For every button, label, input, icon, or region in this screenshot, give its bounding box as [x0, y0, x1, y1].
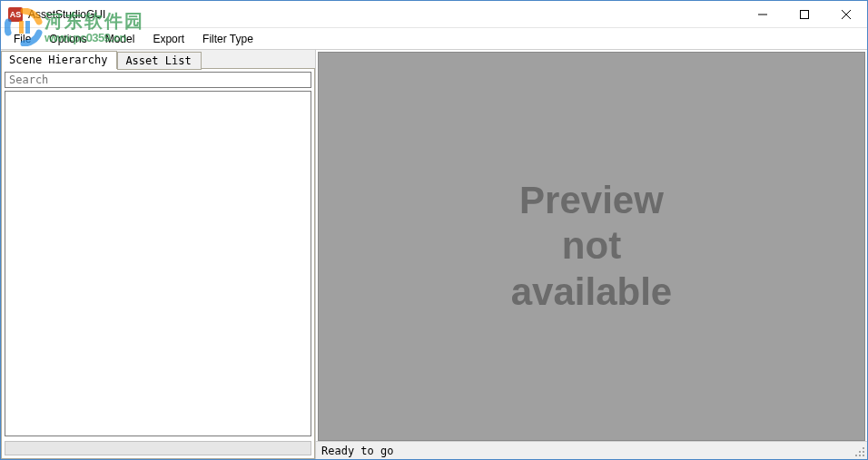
preview-pane: Preview not available [318, 52, 865, 441]
search-input[interactable] [5, 72, 311, 88]
titlebar: AS AssetStudioGUI [1, 1, 867, 28]
svg-point-4 [863, 447, 864, 449]
svg-point-8 [859, 455, 861, 456]
progress-bar [5, 441, 311, 455]
menu-file[interactable]: File [5, 30, 40, 48]
left-panel: Scene Hierarchy Asset List [1, 50, 316, 459]
window-title: AssetStudioGUI [28, 8, 742, 21]
resize-grip[interactable] [854, 446, 865, 457]
minimize-button[interactable] [742, 1, 784, 27]
maximize-button[interactable] [784, 1, 825, 27]
menu-model[interactable]: Model [96, 30, 144, 48]
menu-export[interactable]: Export [143, 30, 193, 48]
svg-rect-1 [801, 10, 809, 18]
status-text: Ready to go [321, 445, 393, 457]
hierarchy-tree[interactable] [5, 91, 311, 436]
main-area: Scene Hierarchy Asset List Preview not a… [1, 50, 867, 459]
svg-point-9 [863, 455, 864, 456]
svg-point-6 [863, 451, 864, 453]
app-icon: AS [8, 7, 23, 22]
close-button[interactable] [825, 1, 867, 27]
right-panel: Preview not available Ready to go [316, 50, 867, 459]
menu-filter-type[interactable]: Filter Type [193, 30, 262, 48]
menubar: File Options Model Export Filter Type [1, 28, 867, 50]
left-tabs: Scene Hierarchy Asset List [1, 50, 315, 68]
svg-point-5 [859, 451, 861, 453]
tab-asset-list[interactable]: Asset List [117, 52, 201, 70]
window-controls [742, 1, 867, 27]
tab-content [1, 68, 315, 459]
svg-point-7 [855, 455, 857, 456]
menu-options[interactable]: Options [40, 30, 95, 48]
tab-scene-hierarchy[interactable]: Scene Hierarchy [1, 51, 117, 69]
statusbar: Ready to go [316, 441, 867, 459]
preview-message: Preview not available [511, 178, 672, 315]
